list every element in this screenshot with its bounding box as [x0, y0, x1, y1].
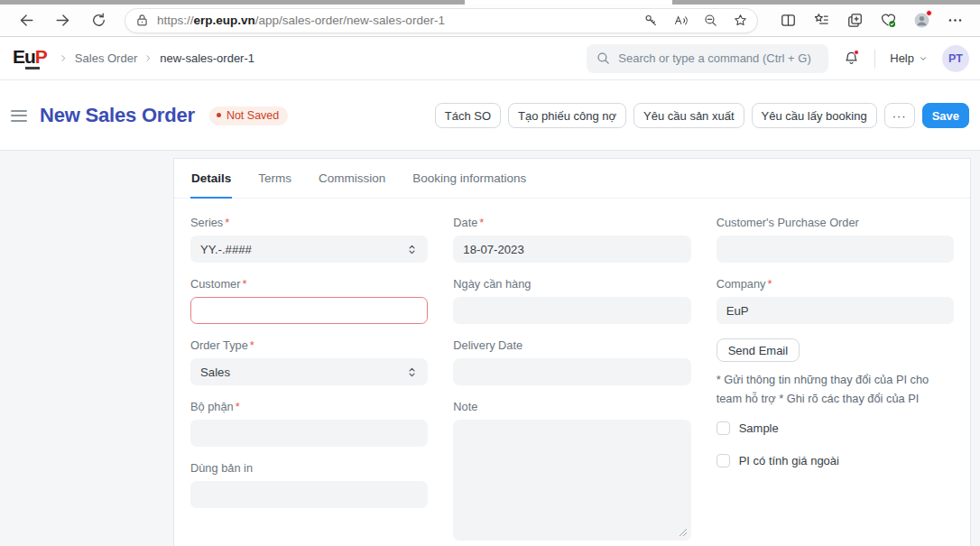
password-key-icon[interactable]: [643, 13, 659, 28]
read-aloud-icon[interactable]: [673, 13, 689, 28]
bo-phan-field: Bộ phận*: [190, 400, 428, 447]
app-logo[interactable]: EuP: [13, 48, 47, 69]
search-icon: [596, 51, 611, 66]
company-input[interactable]: EuP: [717, 297, 954, 324]
yeu-cau-lay-booking-button[interactable]: Yêu cầu lấy booking: [752, 103, 877, 128]
browser-profile-button[interactable]: [913, 12, 930, 29]
more-actions-button[interactable]: ···: [884, 103, 915, 128]
forward-button[interactable]: [49, 8, 76, 33]
status-badge: Not Saved: [209, 106, 288, 125]
form-column-3: Customer's Purchase Order Company* EuP S…: [717, 216, 954, 546]
select-updown-icon: [406, 244, 418, 255]
note-label: Note: [453, 400, 690, 413]
date-input[interactable]: 18-07-2023: [453, 236, 690, 263]
customer-po-input[interactable]: [717, 236, 954, 263]
customer-po-label: Customer's Purchase Order: [717, 216, 954, 229]
dung-ban-in-field: Dùng bản in: [190, 461, 428, 508]
ngay-can-hang-field: Ngày cần hàng: [453, 277, 690, 324]
send-email-help-text: * Gửi thông tin những thay đổi của PI ch…: [717, 370, 954, 408]
dung-ban-in-input[interactable]: [190, 481, 428, 508]
sample-checkbox-row[interactable]: Sample: [717, 421, 954, 435]
forward-arrow-icon: [54, 12, 71, 29]
profile-notification-dot: [926, 10, 932, 16]
logo-text: EuP: [13, 48, 47, 66]
form-column-1: Series* YY.-.#### Customer* Order Type* …: [190, 216, 428, 546]
tao-phieu-cong-no-button[interactable]: Tạo phiếu công nợ: [508, 103, 626, 128]
url-text[interactable]: https://erp.eup.vn/app/sales-order/new-s…: [157, 14, 445, 27]
sample-checkbox[interactable]: [717, 421, 730, 435]
customer-input[interactable]: [190, 297, 428, 324]
help-menu[interactable]: Help: [890, 51, 928, 65]
tach-so-button[interactable]: Tách SO: [435, 103, 501, 128]
split-screen-icon[interactable]: [780, 12, 797, 29]
logo-underbar: [25, 67, 40, 69]
breadcrumb-sales-order[interactable]: Sales Order: [75, 51, 137, 65]
customer-po-field: Customer's Purchase Order: [717, 216, 954, 263]
tab-details[interactable]: Details: [190, 171, 232, 199]
header-divider: [874, 50, 875, 68]
bo-phan-input[interactable]: [190, 420, 428, 447]
browser-more-icon[interactable]: [947, 12, 964, 29]
pi-gia-ngoai-checkbox-label: PI có tính giá ngoài: [739, 454, 839, 467]
save-button[interactable]: Save: [922, 103, 969, 128]
series-value: YY.-.####: [200, 243, 252, 256]
address-bar[interactable]: https://erp.eup.vn/app/sales-order/new-s…: [125, 8, 758, 33]
back-arrow-icon: [18, 12, 35, 29]
form-column-2: Date* 18-07-2023 Ngày cần hàng Delivery …: [453, 216, 690, 546]
breadcrumb: Sales Order new-sales-order-1: [60, 51, 254, 65]
order-type-select[interactable]: Sales: [190, 358, 428, 385]
favorite-star-icon[interactable]: [733, 13, 748, 28]
tab-booking-informations[interactable]: Booking informations: [411, 171, 527, 199]
browser-essentials-icon[interactable]: [880, 12, 897, 29]
refresh-button[interactable]: [85, 8, 112, 33]
page-content: Details Terms Commission Booking informa…: [0, 158, 980, 546]
global-search-input[interactable]: Search or type a command (Ctrl + G): [587, 44, 828, 73]
zoom-out-icon[interactable]: [703, 13, 718, 28]
back-button[interactable]: [13, 8, 40, 33]
collections-icon[interactable]: [846, 12, 864, 29]
breadcrumb-current[interactable]: new-sales-order-1: [160, 51, 254, 65]
lock-icon[interactable]: [134, 13, 150, 28]
status-badge-label: Not Saved: [227, 109, 279, 122]
dung-ban-in-label: Dùng bản in: [190, 461, 428, 475]
delivery-date-label: Delivery Date: [453, 338, 690, 352]
date-field: Date* 18-07-2023: [453, 216, 690, 263]
pi-gia-ngoai-checkbox[interactable]: [717, 454, 730, 467]
series-field: Series* YY.-.####: [190, 216, 428, 263]
browser-tab-strip: [0, 0, 980, 5]
active-tab-bottom: [465, 0, 672, 5]
pi-gia-ngoai-checkbox-row[interactable]: PI có tính giá ngoài: [717, 454, 954, 467]
chevron-right-icon: [60, 54, 68, 62]
resize-grip-icon[interactable]: [679, 528, 688, 537]
order-type-label: Order Type*: [190, 338, 428, 352]
ngay-can-hang-input[interactable]: [453, 297, 690, 324]
help-label: Help: [890, 51, 914, 65]
page-head: New Sales Order Not Saved Tách SO Tạo ph…: [0, 80, 980, 151]
form-card: Details Terms Commission Booking informa…: [173, 158, 971, 546]
note-field: Note: [453, 400, 690, 541]
user-avatar[interactable]: PT: [942, 45, 969, 72]
notifications-button[interactable]: [843, 50, 860, 67]
note-textarea[interactable]: [453, 420, 690, 541]
page-title: New Sales Order: [40, 104, 195, 127]
series-select[interactable]: YY.-.####: [190, 236, 428, 263]
tab-terms[interactable]: Terms: [257, 171, 292, 199]
status-dot: [217, 113, 221, 117]
customer-label: Customer*: [190, 277, 428, 291]
send-email-button[interactable]: Send Email: [717, 338, 800, 362]
customer-field: Customer*: [190, 277, 428, 324]
order-type-field: Order Type* Sales: [190, 338, 428, 385]
date-label: Date*: [453, 216, 690, 229]
tab-commission[interactable]: Commission: [318, 171, 386, 199]
delivery-date-field: Delivery Date: [453, 338, 690, 385]
order-type-value: Sales: [200, 366, 230, 379]
search-placeholder: Search or type a command (Ctrl + G): [618, 51, 811, 65]
yeu-cau-san-xuat-button[interactable]: Yêu cầu sản xuất: [633, 103, 744, 128]
sidebar-toggle-icon[interactable]: [11, 110, 27, 122]
form-tabs: Details Terms Commission Booking informa…: [174, 159, 970, 199]
refresh-icon: [90, 12, 107, 29]
company-field: Company* EuP: [717, 277, 954, 324]
favorites-list-icon[interactable]: [813, 12, 830, 29]
delivery-date-input[interactable]: [453, 358, 690, 385]
company-label: Company*: [717, 277, 954, 291]
